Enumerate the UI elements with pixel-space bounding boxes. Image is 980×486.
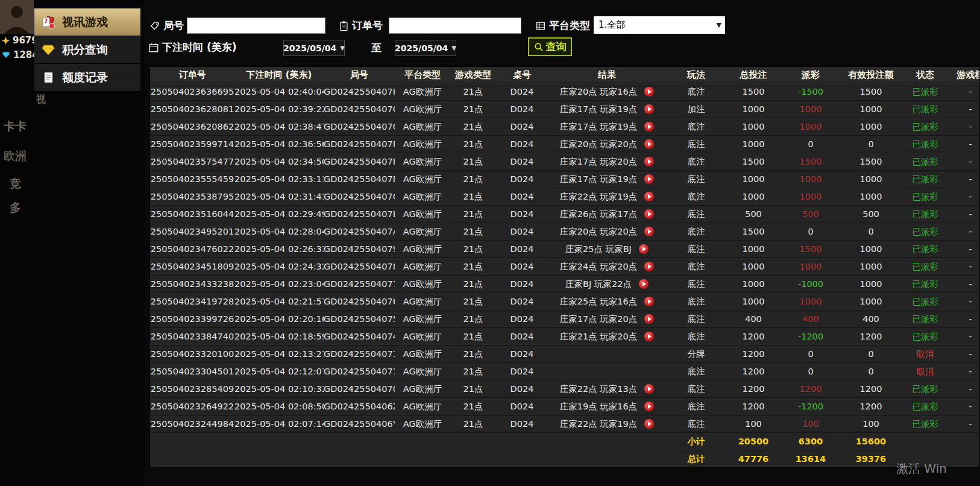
playing-cards-icon: 7 <box>40 14 56 30</box>
subtotal-valid-bet: 15600 <box>841 433 901 450</box>
cell-valid_bet: 1000 <box>841 293 901 311</box>
column-header: 游戏类型 <box>450 67 496 83</box>
cell-platform: AG欧洲厅 <box>395 398 450 415</box>
cell-time: 2025-05-04 02:29:49 <box>234 206 324 223</box>
table-row: 2505040233201002025-05-04 02:13:27GD0242… <box>150 346 980 363</box>
cell-play: 底注 <box>666 328 726 346</box>
cell-payout: 1000 <box>781 101 841 118</box>
cell-valid_bet: 1000 <box>841 258 901 276</box>
sidebar-item-quota-records[interactable]: 额度记录 <box>34 64 140 92</box>
result-text: 庄家25点 玩家BJ <box>565 244 632 255</box>
platform-type-select[interactable]: 1.全部 ▼ <box>594 16 725 34</box>
cell-game: 21点 <box>450 223 496 241</box>
cell-status: 已派彩 <box>901 171 949 188</box>
play-video-icon[interactable] <box>644 384 654 394</box>
cell-order_no: 250504023304501 <box>150 363 234 380</box>
result-text: 庄家24点 玩家20点 <box>560 261 638 273</box>
activate-windows-watermark: 激活 Win <box>896 461 947 477</box>
result-text: 庄家17点 玩家19点 <box>560 104 638 115</box>
play-video-icon[interactable] <box>644 139 654 149</box>
cell-time: 2025-05-04 02:12:07 <box>234 363 324 380</box>
cell-result: 庄家25点 玩家BJ <box>548 241 666 258</box>
cell-status: 已派彩 <box>901 415 949 433</box>
cell-payout: 500 <box>781 206 841 223</box>
cell-order_no: 250504023399726 <box>150 311 234 328</box>
sidebar-item-video-games[interactable]: 7 视讯游戏 <box>34 8 140 36</box>
cell-play: 底注 <box>666 293 726 311</box>
play-video-icon[interactable] <box>644 104 654 114</box>
cell-payout: 1000 <box>781 171 841 188</box>
cell-time: 2025-05-04 02:34:50 <box>234 153 324 171</box>
cell-play: 底注 <box>666 188 726 206</box>
result-text: 庄家20点 玩家20点 <box>560 139 638 150</box>
query-button[interactable]: 查询 <box>528 37 572 56</box>
cell-order_no: 250504023628081 <box>150 101 234 118</box>
cell-result <box>548 346 666 363</box>
search-icon <box>534 42 544 52</box>
play-video-icon[interactable] <box>644 332 654 341</box>
play-video-icon[interactable] <box>644 174 654 184</box>
result-text: 庄家17点 玩家19点 <box>560 121 638 133</box>
main-content: 局号 订单号 平台类型 1.全部 ▼ <box>145 0 980 486</box>
cell-platform: AG欧洲厅 <box>395 258 450 276</box>
cell-result: 庄家17点 玩家19点 <box>548 101 666 118</box>
cell-mode: - <box>949 311 980 328</box>
chevron-down-icon: ▼ <box>451 45 456 51</box>
table-row: 2505040236280812025-05-04 02:39:22GD0242… <box>150 101 980 118</box>
result-text: 庄家17点 玩家20点 <box>560 314 638 325</box>
coin-balance: 9679 <box>2 35 38 46</box>
cell-round_no: GD02425504079 <box>324 241 395 258</box>
table-row: 2505040233045012025-05-04 02:12:07GD0242… <box>150 363 980 380</box>
play-video-icon[interactable] <box>644 87 654 96</box>
play-video-icon[interactable] <box>644 157 654 166</box>
date-to-dropdown[interactable]: 2025/05/04 ▼ <box>395 40 456 56</box>
cell-total_bet: 1000 <box>726 258 781 276</box>
cell-result: 庄家17点 玩家19点 <box>548 171 666 188</box>
cell-valid_bet: 1000 <box>841 276 901 293</box>
platform-type-label: 平台类型 <box>549 19 590 33</box>
cell-mode: - <box>949 206 980 223</box>
cell-table_no: D024 <box>496 328 548 346</box>
result-text: 庄家20点 玩家20点 <box>560 226 638 238</box>
cell-result: 庄家BJ 玩家22点 <box>548 276 666 293</box>
cell-round_no: GD0242550407G <box>324 118 395 136</box>
play-video-icon[interactable] <box>639 279 649 289</box>
cell-platform: AG欧洲厅 <box>395 328 450 346</box>
cell-table_no: D024 <box>496 188 548 206</box>
query-button-label: 查询 <box>546 40 567 54</box>
play-video-icon[interactable] <box>644 297 654 306</box>
play-video-icon[interactable] <box>644 209 654 219</box>
sidebar-item-points-query[interactable]: 积分查询 <box>34 36 140 64</box>
play-video-icon[interactable] <box>644 314 654 324</box>
play-video-icon[interactable] <box>644 419 654 429</box>
cell-payout: -1500 <box>781 83 841 101</box>
table-row: 2505040234197282025-05-04 02:21:57GD0242… <box>150 293 980 311</box>
cell-round_no: GD02425504075 <box>324 311 395 328</box>
play-video-icon[interactable] <box>644 192 654 201</box>
cell-order_no: 250504023433238 <box>150 276 234 293</box>
cell-game: 21点 <box>450 241 496 258</box>
cell-order_no: 250504023620862 <box>150 118 234 136</box>
column-header: 平台类型 <box>395 67 450 83</box>
play-video-icon[interactable] <box>644 262 654 271</box>
play-video-icon[interactable] <box>639 244 649 254</box>
user-avatar[interactable] <box>0 0 34 34</box>
date-from-dropdown[interactable]: 2025/05/04 ▼ <box>283 40 345 56</box>
cell-time: 2025-05-04 02:39:22 <box>234 101 324 118</box>
round-number-input[interactable] <box>187 17 325 34</box>
cell-round_no: GD0242550407G <box>324 101 395 118</box>
play-video-icon[interactable] <box>644 402 654 411</box>
cell-result: 庄家22点 玩家19点 <box>548 188 666 206</box>
order-number-input[interactable] <box>389 17 521 34</box>
cell-time: 2025-05-04 02:10:32 <box>234 380 324 398</box>
cell-status: 已派彩 <box>901 398 949 415</box>
play-video-icon[interactable] <box>644 227 654 236</box>
cell-play: 分牌 <box>666 346 726 363</box>
play-video-icon[interactable] <box>644 122 654 131</box>
cell-result: 庄家22点 玩家19点 <box>548 415 666 433</box>
cell-total_bet: 1000 <box>726 276 781 293</box>
cell-mode: - <box>949 293 980 311</box>
cell-round_no: GD02425504074 <box>324 328 395 346</box>
cell-platform: AG欧洲厅 <box>395 363 450 380</box>
cell-play: 底注 <box>666 206 726 223</box>
